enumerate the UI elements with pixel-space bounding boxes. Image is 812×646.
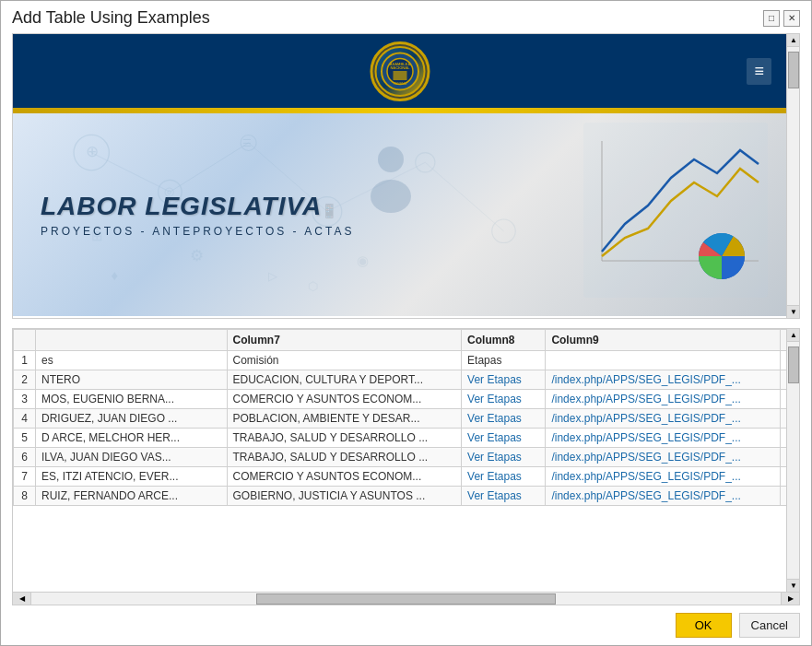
minimize-button[interactable]: □ [763,10,780,27]
svg-text:▷: ▷ [268,269,277,283]
row-number: 4 [14,409,36,429]
table-v-scrollbar[interactable]: ▲ ▼ [786,329,799,592]
data-table: Column7 Column8 Column9 + 1esComisiónEta… [13,329,799,506]
svg-line-12 [91,153,170,193]
cell-col9[interactable]: /index.php/APPS/SEG_LEGIS/PDF_... [546,370,781,390]
web-preview: ASAMBLEA NACIONAL PANAMÁ ≡ [12,33,800,319]
svg-point-28 [371,180,411,213]
cell-col8[interactable]: Ver Etapas [462,409,546,429]
cell-col9 [546,351,781,370]
cell-col9[interactable]: /index.php/APPS/SEG_LEGIS/PDF_... [546,467,781,487]
row-number: 1 [14,351,36,370]
cell-col8[interactable]: Ver Etapas [462,467,546,487]
table-v-track [787,342,799,579]
svg-text:PANAMÁ: PANAMÁ [393,82,406,86]
scroll-track [787,47,799,305]
row-number: 6 [14,448,36,467]
col-header-col8: Column8 [462,330,546,351]
cell-col7: TRABAJO, SALUD Y DESARROLLO ... [227,448,462,467]
cell-col7: COMERCIO Y ASUNTOS ECONOM... [227,390,462,409]
svg-text:NACIONAL: NACIONAL [390,65,410,70]
svg-text:⚙: ⚙ [190,247,204,264]
table-scroll-down[interactable]: ▼ [787,579,800,592]
cell-col7: TRABAJO, SALUD Y DESARROLLO ... [227,429,462,448]
svg-rect-4 [393,71,406,80]
table-scroll-up[interactable]: ▲ [787,329,800,342]
table-row: 3MOS, EUGENIO BERNA...COMERCIO Y ASUNTOS… [14,390,799,409]
table-row: 8RUIZ, FERNANDO ARCE...GOBIERNO, JUSTICI… [14,487,799,506]
cell-col9[interactable]: /index.php/APPS/SEG_LEGIS/PDF_... [546,409,781,429]
cell-col9[interactable]: /index.php/APPS/SEG_LEGIS/PDF_... [546,429,781,448]
svg-text:♦: ♦ [112,268,119,283]
table-row: 5D ARCE, MELCHOR HER...TRABAJO, SALUD Y … [14,429,799,448]
cell-prev: ES, ITZI ATENCIO, EVER... [36,467,228,487]
cell-prev: es [36,351,228,370]
horizontal-scrollbar[interactable]: ◀ ▶ [13,592,799,605]
dialog-title: Add Table Using Examples [12,8,210,28]
table-row: 7ES, ITZI ATENCIO, EVER...COMERCIO Y ASU… [14,467,799,487]
cell-col8[interactable]: Ver Etapas [462,448,546,467]
cell-col9[interactable]: /index.php/APPS/SEG_LEGIS/PDF_... [546,448,781,467]
scroll-thumb[interactable] [788,52,799,88]
cell-prev: RUIZ, FERNANDO ARCE... [36,487,228,506]
row-number: 3 [14,390,36,409]
table-row: 1esComisiónEtapas [14,351,799,370]
cell-col8[interactable]: Ver Etapas [462,390,546,409]
chart-area [583,123,768,307]
scroll-down-button[interactable]: ▼ [787,305,800,318]
scroll-left-button[interactable]: ◀ [13,593,31,605]
person-silhouette [363,141,418,215]
cell-prev: DRIGUEZ, JUAN DIEGO ... [36,409,228,429]
site-header: ASAMBLEA NACIONAL PANAMÁ ≡ [13,34,786,108]
svg-point-27 [378,147,404,172]
site-logo: ASAMBLEA NACIONAL PANAMÁ [370,41,430,101]
table-v-thumb[interactable] [788,346,799,383]
cell-col9[interactable]: /index.php/APPS/SEG_LEGIS/PDF_... [546,390,781,409]
h-scroll-thumb[interactable] [256,593,556,605]
dialog-window: Add Table Using Examples □ ✕ ASAMBLEA NA… [0,0,812,646]
cell-col8: Etapas [462,351,546,370]
table-header-row: Column7 Column8 Column9 + [14,330,799,351]
ok-button[interactable]: OK [676,613,732,638]
menu-icon[interactable]: ≡ [747,58,771,85]
title-bar: Add Table Using Examples □ ✕ [1,1,811,33]
row-number: 8 [14,487,36,506]
table-row: 4DRIGUEZ, JUAN DIEGO ...POBLACION, AMBIE… [14,409,799,429]
cell-prev: ILVA, JUAN DIEGO VAS... [36,448,228,467]
col-header-col9: Column9 [546,330,781,351]
close-button[interactable]: ✕ [783,10,800,27]
preview-scrollbar[interactable]: ▲ ▼ [786,34,799,318]
table-row: 6ILVA, JUAN DIEGO VAS...TRABAJO, SALUD Y… [14,448,799,467]
scroll-right-button[interactable]: ▶ [781,593,799,605]
svg-text:⬡: ⬡ [308,279,318,293]
title-controls: □ ✕ [763,10,800,27]
svg-text:☰: ☰ [242,137,252,148]
cancel-button[interactable]: Cancel [739,613,800,638]
banner-section: ⊕ ◎ ☰ 📱 ⚙ ♦ ⬡ ⊞ ▷ ◉ LABOR LEGI [13,113,786,316]
cell-col9[interactable]: /index.php/APPS/SEG_LEGIS/PDF_... [546,487,781,506]
svg-line-16 [425,162,503,231]
svg-text:⊕: ⊕ [86,143,99,160]
cell-col8[interactable]: Ver Etapas [462,370,546,390]
dialog-footer: OK Cancel [1,605,811,645]
col-header-rownum [14,330,36,351]
preview-content: ASAMBLEA NACIONAL PANAMÁ ≡ [13,34,786,318]
col-header-col7: Column7 [227,330,462,351]
banner-subtitle: PROYECTOS - ANTEPROYECTOS - ACTAS [41,225,354,238]
cell-col8[interactable]: Ver Etapas [462,487,546,506]
banner-text: LABOR LEGISLATIVA PROYECTOS - ANTEPROYEC… [41,192,354,238]
data-table-wrapper: Column7 Column8 Column9 + 1esComisiónEta… [12,328,800,605]
row-number: 2 [14,370,36,390]
cell-prev: NTERO [36,370,228,390]
cell-col7: Comisión [227,351,462,370]
table-row: 2NTEROEDUCACION, CULTURA Y DEPORT...Ver … [14,370,799,390]
cell-col7: EDUCACION, CULTURA Y DEPORT... [227,370,462,390]
cell-col8[interactable]: Ver Etapas [462,429,546,448]
line-chart [583,123,768,298]
row-number: 5 [14,429,36,448]
cell-col7: COMERCIO Y ASUNTOS ECONOM... [227,467,462,487]
svg-line-13 [170,143,248,192]
scroll-up-button[interactable]: ▲ [787,34,800,47]
h-scroll-track [31,593,781,605]
cell-col7: POBLACION, AMBIENTE Y DESAR... [227,409,462,429]
